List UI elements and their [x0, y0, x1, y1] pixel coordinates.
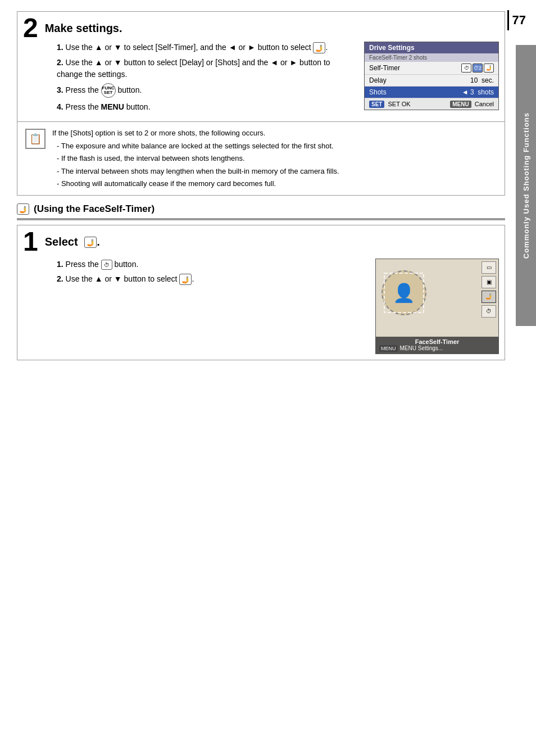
- ok-label: SET OK: [388, 101, 411, 107]
- drive-settings-header: Drive Settings: [365, 42, 498, 53]
- step2-number: 2: [23, 15, 38, 42]
- note-bullet-4: - Shooting will automatically cease if t…: [57, 178, 497, 189]
- select-step1: 1. Press the ⏱ button.: [57, 259, 364, 270]
- step2-1: 1. Use the ▲ or ▼ to select [Self-Timer]…: [57, 42, 353, 53]
- step1-number: 1: [23, 228, 38, 255]
- self-timer-label: Self-Timer: [369, 64, 400, 72]
- main-content: 2 Make settings. 1. Use the ▲ or ▼ to se…: [17, 6, 505, 360]
- set-badge: SET: [369, 101, 384, 108]
- face-self-timer-icon1: 🤳: [313, 42, 325, 53]
- section2-header: 2 Make settings.: [17, 17, 505, 42]
- select-step2: 2. Use the ▲ or ▼ button to select 🤳.: [57, 273, 364, 285]
- note-content: If the [Shots] option is set to 2 or mor…: [52, 128, 497, 189]
- step2-2: 2. Use the ▲ or ▼ button to select [Dela…: [57, 57, 353, 80]
- note-bullet-2: - If the flash is used, the interval bet…: [57, 153, 497, 164]
- timer-icons: ⏱ ⏱2 🤳: [461, 64, 494, 73]
- menu-settings-row: MENU MENU Settings...: [379, 345, 495, 352]
- settings-label: MENU Settings...: [400, 345, 443, 351]
- face-detect-brackets: [381, 270, 432, 321]
- cam-face-area: 👤: [381, 270, 438, 327]
- footer-ok: SET SET OK: [369, 101, 411, 107]
- face-section-divider: [17, 218, 505, 220]
- cancel-label: Cancel: [475, 101, 494, 107]
- svg-rect-0: [384, 273, 424, 313]
- section1-instructions: 1. Press the ⏱ button. 2. Use the ▲ or ▼…: [57, 259, 364, 289]
- drive-row-selftimer: Self-Timer ⏱ ⏱2 🤳: [365, 62, 498, 75]
- menu-badge-cancel: MENU: [450, 101, 471, 108]
- section2-instructions: 1. Use the ▲ or ▼ to select [Self-Timer]…: [57, 42, 353, 116]
- cam-icon-4: ⏱: [482, 305, 496, 318]
- face-section-label: (Using the FaceSelf-Timer): [34, 203, 155, 215]
- shots-value: ◄ 3 shots: [462, 88, 494, 96]
- page-num-bar: [507, 10, 509, 30]
- note-block: 📋 If the [Shots] option is set to 2 or m…: [17, 122, 505, 196]
- self-timer-value: ⏱ ⏱2 🤳: [461, 64, 494, 73]
- section1-block: 1 Select 🤳. 1. Press the ⏱ button. 2. Us…: [17, 225, 505, 360]
- footer-cancel: MENU Cancel: [450, 101, 494, 107]
- cam-icon-1: ▭: [482, 261, 496, 274]
- timer-icon-3: 🤳: [484, 64, 494, 73]
- cam-icon-3-selected: 🤳: [482, 291, 496, 303]
- drive-row-delay: Delay 10 sec.: [365, 75, 498, 87]
- menu-bold: MENU: [101, 102, 124, 111]
- section1-body: 1. Press the ⏱ button. 2. Use the ▲ or ▼…: [17, 259, 505, 354]
- page-number: 77: [512, 13, 526, 28]
- face-label: FaceSelf-Timer: [379, 338, 495, 345]
- delay-value: 10 sec.: [470, 76, 494, 84]
- timer-icon-2: ⏱2: [473, 64, 483, 73]
- section2-title: Make settings.: [45, 17, 122, 35]
- func-set-button-icon: FUNCSET: [101, 83, 116, 98]
- cam-bottom-bar: FaceSelf-Timer MENU MENU Settings...: [376, 337, 498, 354]
- camera-right-icons: ▭ ▣ 🤳 ⏱: [482, 261, 496, 318]
- camera-screen-2: Drive Settings FaceSelf-Timer 2 shots Se…: [364, 42, 499, 110]
- shots-label: Shots: [369, 88, 387, 96]
- sidebar-tab: Commonly Used Shooting Functions: [516, 45, 536, 326]
- note-bullet-3: - The interval between shots may lengthe…: [57, 166, 497, 177]
- timer-icon-1: ⏱: [461, 64, 471, 73]
- step2-4: 4. Press the MENU button.: [57, 101, 353, 112]
- section1-header: 1 Select 🤳.: [17, 231, 505, 255]
- camera-screen-1: ▭ ▣ 🤳 ⏱ 👤 FaceSe: [375, 259, 499, 354]
- face-section-title: 🤳 (Using the FaceSelf-Timer): [17, 203, 505, 215]
- section2-body: 1. Use the ▲ or ▼ to select [Self-Timer]…: [17, 42, 505, 116]
- step2-3: 3. Press the FUNCSET button.: [57, 83, 353, 98]
- page-number-area: 77: [507, 10, 526, 30]
- face-section-icon: 🤳: [17, 203, 29, 215]
- note-bullet-1: - The exposure and white balance are loc…: [57, 141, 497, 152]
- note-main-text: If the [Shots] option is set to 2 or mor…: [52, 128, 497, 139]
- drive-footer: SET SET OK MENU Cancel: [365, 98, 498, 110]
- section1-title: Select 🤳.: [45, 231, 100, 248]
- note-icon: 📋: [25, 129, 46, 149]
- delay-label: Delay: [369, 76, 387, 84]
- section1-face-icon: 🤳: [84, 237, 97, 248]
- cam-icon-2: ▣: [482, 276, 496, 288]
- camera-screen-1-inner: ▭ ▣ 🤳 ⏱ 👤 FaceSe: [376, 259, 498, 354]
- face-self-timer-icon2: 🤳: [179, 274, 192, 285]
- drive-settings-subrow: FaceSelf-Timer 2 shots: [365, 53, 498, 62]
- drive-row-shots: Shots ◄ 3 shots: [365, 87, 498, 98]
- section2-block: 2 Make settings. 1. Use the ▲ or ▼ to se…: [17, 11, 505, 122]
- menu-badge-settings: MENU: [379, 345, 398, 352]
- self-timer-button-icon: ⏱: [101, 260, 112, 270]
- sidebar-label: Commonly Used Shooting Functions: [522, 112, 530, 259]
